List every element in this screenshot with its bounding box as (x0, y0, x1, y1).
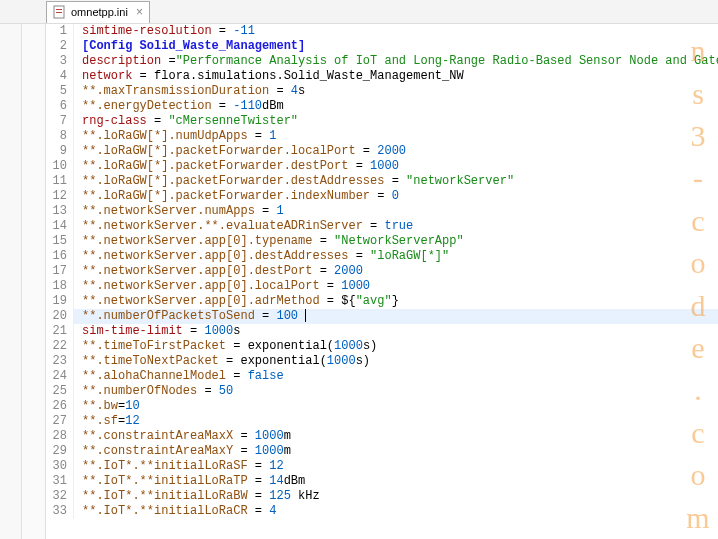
code-line[interactable]: 24i**.alohaChannelModel = false (46, 369, 718, 384)
line-number: 23 (46, 354, 74, 369)
code-line[interactable]: 5**.maxTransmissionDuration = 4s (46, 84, 718, 99)
code-line[interactable]: 20**.numberOfPacketsToSend = 100 (46, 309, 718, 324)
code-content[interactable]: **.IoT*.**initialLoRaTP = 14dBm (74, 474, 718, 489)
code-line[interactable]: 18**.networkServer.app[0].localPort = 10… (46, 279, 718, 294)
code-line[interactable]: 22**.timeToFirstPacket = exponential(100… (46, 339, 718, 354)
line-number: 30i (46, 459, 74, 474)
tab-omnetpp[interactable]: omnetpp.ini × (46, 1, 150, 23)
code-content[interactable]: **.bw=10 (74, 399, 718, 414)
code-content[interactable]: **.loRaGW[*].packetForwarder.localPort =… (74, 144, 718, 159)
code-line[interactable]: 7rng-class = "cMersenneTwister" (46, 114, 718, 129)
code-content[interactable]: **.networkServer.app[0].destPort = 2000 (74, 264, 718, 279)
tab-title: omnetpp.ini (71, 6, 128, 18)
line-number: 22 (46, 339, 74, 354)
code-content[interactable]: **.sf=12 (74, 414, 718, 429)
code-content[interactable]: **.constraintAreaMaxY = 1000m (74, 444, 718, 459)
code-content[interactable]: **.IoT*.**initialLoRaSF = 12 (74, 459, 718, 474)
code-content[interactable]: **.energyDetection = -110dBm (74, 99, 718, 114)
code-line[interactable]: 33i**.IoT*.**initialLoRaCR = 4 (46, 504, 718, 519)
code-content[interactable]: **.IoT*.**initialLoRaBW = 125 kHz (74, 489, 718, 504)
line-number: 15 (46, 234, 74, 249)
line-number: 8 (46, 129, 74, 144)
code-line[interactable]: 17**.networkServer.app[0].destPort = 200… (46, 264, 718, 279)
code-content[interactable]: rng-class = "cMersenneTwister" (74, 114, 718, 129)
line-number: 12i (46, 189, 74, 204)
code-content[interactable]: sim-time-limit = 1000s (74, 324, 718, 339)
code-content[interactable]: **.loRaGW[*].packetForwarder.destAddress… (74, 174, 718, 189)
code-line[interactable]: 29**.constraintAreaMaxY = 1000m (46, 444, 718, 459)
code-line[interactable]: 3description ="Performance Analysis of I… (46, 54, 718, 69)
line-number: 6 (46, 99, 74, 114)
code-line[interactable]: 23**.timeToNextPacket = exponential(1000… (46, 354, 718, 369)
code-content[interactable]: **.timeToFirstPacket = exponential(1000s… (74, 339, 718, 354)
code-line[interactable]: 10**.loRaGW[*].packetForwarder.destPort … (46, 159, 718, 174)
line-number: 7 (46, 114, 74, 129)
code-content[interactable]: **.networkServer.**.evaluateADRinServer … (74, 219, 718, 234)
code-content[interactable]: **.constraintAreaMaxX = 1000m (74, 429, 718, 444)
line-number: 21 (46, 324, 74, 339)
code-content[interactable]: **.networkServer.app[0].localPort = 1000 (74, 279, 718, 294)
code-line[interactable]: 13**.networkServer.numApps = 1 (46, 204, 718, 219)
code-line[interactable]: 30i**.IoT*.**initialLoRaSF = 12 (46, 459, 718, 474)
code-line[interactable]: 16i**.networkServer.app[0].destAddresses… (46, 249, 718, 264)
line-number: 11 (46, 174, 74, 189)
code-editor[interactable]: 1simtime-resolution = -112[Config Solid_… (46, 24, 718, 539)
line-number: 25i (46, 384, 74, 399)
close-icon[interactable]: × (132, 5, 143, 19)
code-line[interactable]: 9**.loRaGW[*].packetForwarder.localPort … (46, 144, 718, 159)
code-line[interactable]: 14**.networkServer.**.evaluateADRinServe… (46, 219, 718, 234)
code-content[interactable]: **.networkServer.app[0].typename = "Netw… (74, 234, 718, 249)
left-ruler (0, 24, 22, 539)
line-number: 28 (46, 429, 74, 444)
line-number: 9 (46, 144, 74, 159)
line-number: 31i (46, 474, 74, 489)
code-line[interactable]: 4network = flora.simulations.Solid_Waste… (46, 69, 718, 84)
line-number: 3 (46, 54, 74, 69)
code-content[interactable]: **.networkServer.app[0].destAddresses = … (74, 249, 718, 264)
line-number: 10 (46, 159, 74, 174)
line-number: 32 (46, 489, 74, 504)
code-line[interactable]: 21sim-time-limit = 1000s (46, 324, 718, 339)
ini-file-icon (53, 5, 67, 19)
code-content[interactable]: **.numberOfPacketsToSend = 100 (74, 309, 718, 324)
code-line[interactable]: 11**.loRaGW[*].packetForwarder.destAddre… (46, 174, 718, 189)
code-line[interactable]: 26**.bw=10 (46, 399, 718, 414)
code-content[interactable]: **.numberOfNodes = 50 (74, 384, 718, 399)
code-content[interactable]: **.timeToNextPacket = exponential(1000s) (74, 354, 718, 369)
code-content[interactable]: **.maxTransmissionDuration = 4s (74, 84, 718, 99)
code-content[interactable]: simtime-resolution = -11 (74, 24, 718, 39)
code-content[interactable]: **.loRaGW[*].numUdpApps = 1 (74, 129, 718, 144)
code-line[interactable]: 6**.energyDetection = -110dBm (46, 99, 718, 114)
line-number: 20 (46, 309, 74, 324)
code-line[interactable]: 8**.loRaGW[*].numUdpApps = 1 (46, 129, 718, 144)
code-content[interactable]: **.alohaChannelModel = false (74, 369, 718, 384)
line-number: 2 (46, 39, 74, 54)
code-line[interactable]: 25i**.numberOfNodes = 50 (46, 384, 718, 399)
code-content[interactable]: **.IoT*.**initialLoRaCR = 4 (74, 504, 718, 519)
code-content[interactable]: **.networkServer.app[0].adrMethod = ${"a… (74, 294, 718, 309)
code-line[interactable]: 2[Config Solid_Waste_Management] (46, 39, 718, 54)
code-content[interactable]: **.loRaGW[*].packetForwarder.destPort = … (74, 159, 718, 174)
code-content[interactable]: network = flora.simulations.Solid_Waste_… (74, 69, 718, 84)
code-line[interactable]: 28**.constraintAreaMaxX = 1000m (46, 429, 718, 444)
code-line[interactable]: 15**.networkServer.app[0].typename = "Ne… (46, 234, 718, 249)
line-number: 5 (46, 84, 74, 99)
code-content[interactable]: **.networkServer.numApps = 1 (74, 204, 718, 219)
line-number: 1 (46, 24, 74, 39)
code-line[interactable]: 32**.IoT*.**initialLoRaBW = 125 kHz (46, 489, 718, 504)
code-content[interactable]: **.loRaGW[*].packetForwarder.indexNumber… (74, 189, 718, 204)
text-cursor (305, 309, 306, 322)
line-number: 4 (46, 69, 74, 84)
code-line[interactable]: 31i**.IoT*.**initialLoRaTP = 14dBm (46, 474, 718, 489)
line-number: 24i (46, 369, 74, 384)
svg-rect-1 (56, 9, 62, 10)
code-line[interactable]: 27**.sf=12 (46, 414, 718, 429)
line-number: 18 (46, 279, 74, 294)
line-number: 29 (46, 444, 74, 459)
code-line[interactable]: 19**.networkServer.app[0].adrMethod = ${… (46, 294, 718, 309)
code-line[interactable]: 1simtime-resolution = -11 (46, 24, 718, 39)
line-number: 19 (46, 294, 74, 309)
code-line[interactable]: 12i**.loRaGW[*].packetForwarder.indexNum… (46, 189, 718, 204)
code-content[interactable]: [Config Solid_Waste_Management] (74, 39, 718, 54)
code-content[interactable]: description ="Performance Analysis of Io… (74, 54, 718, 69)
